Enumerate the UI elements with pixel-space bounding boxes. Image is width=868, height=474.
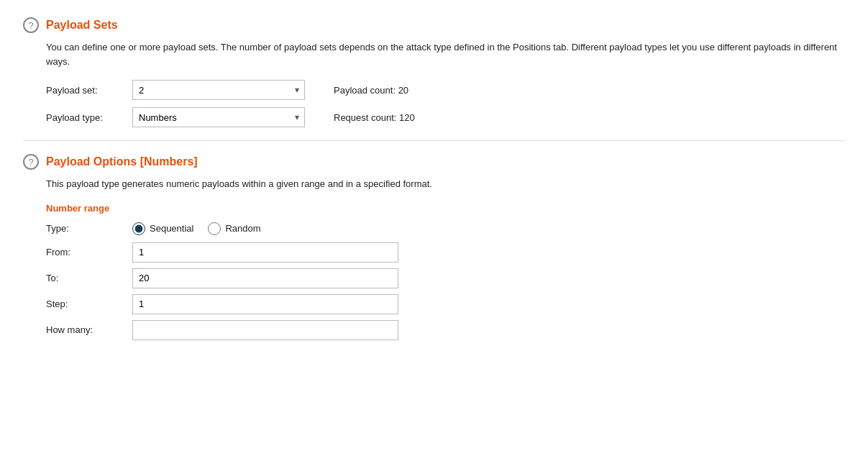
page-container: ? Payload Sets You can define one or mor… [0, 0, 868, 474]
type-radio-group: Sequential Random [132, 222, 261, 235]
random-radio[interactable] [208, 222, 221, 235]
payload-options-description: This payload type generates numeric payl… [46, 177, 845, 191]
payload-set-select-wrapper: 1 2 3 4 [132, 80, 305, 100]
payload-sets-description: You can define one or more payload sets.… [46, 40, 845, 68]
sequential-radio[interactable] [132, 222, 145, 235]
sequential-option[interactable]: Sequential [132, 222, 193, 235]
from-row: From: [46, 242, 845, 263]
how-many-input[interactable] [132, 320, 398, 340]
to-row: To: [46, 268, 845, 288]
step-label: Step: [46, 298, 132, 309]
payload-type-row: Payload type: Simple list Runtime file C… [46, 107, 845, 127]
step-input[interactable] [132, 294, 398, 314]
random-label: Random [225, 223, 260, 234]
payload-sets-help-icon[interactable]: ? [23, 17, 39, 33]
payload-options-header: ? Payload Options [Numbers] [23, 154, 845, 170]
request-count-label: Request count: 120 [334, 112, 415, 123]
number-range-subtitle: Number range [46, 203, 845, 214]
payload-count-label: Payload count: 20 [334, 85, 408, 96]
payload-options-help-icon[interactable]: ? [23, 154, 39, 170]
from-label: From: [46, 247, 132, 257]
from-input[interactable] [132, 242, 398, 263]
payload-type-select[interactable]: Simple list Runtime file Custom iterator… [132, 107, 305, 127]
payload-type-label: Payload type: [46, 112, 132, 123]
step-row: Step: [46, 294, 845, 314]
payload-options-title: Payload Options [Numbers] [46, 155, 198, 168]
payload-type-select-wrapper: Simple list Runtime file Custom iterator… [132, 107, 305, 127]
payload-set-row: Payload set: 1 2 3 4 Payload count: 20 [46, 80, 845, 100]
type-label: Type: [46, 223, 132, 234]
to-label: To: [46, 273, 132, 283]
payload-set-label: Payload set: [46, 85, 132, 96]
to-input[interactable] [132, 268, 398, 288]
section-divider [23, 140, 845, 141]
payload-sets-title: Payload Sets [46, 19, 118, 32]
random-option[interactable]: Random [208, 222, 260, 235]
payload-sets-header: ? Payload Sets [23, 17, 845, 33]
payload-set-select[interactable]: 1 2 3 4 [132, 80, 305, 100]
sequential-label: Sequential [150, 223, 193, 234]
how-many-row: How many: [46, 320, 845, 340]
how-many-label: How many: [46, 324, 132, 335]
type-row: Type: Sequential Random [46, 222, 845, 235]
